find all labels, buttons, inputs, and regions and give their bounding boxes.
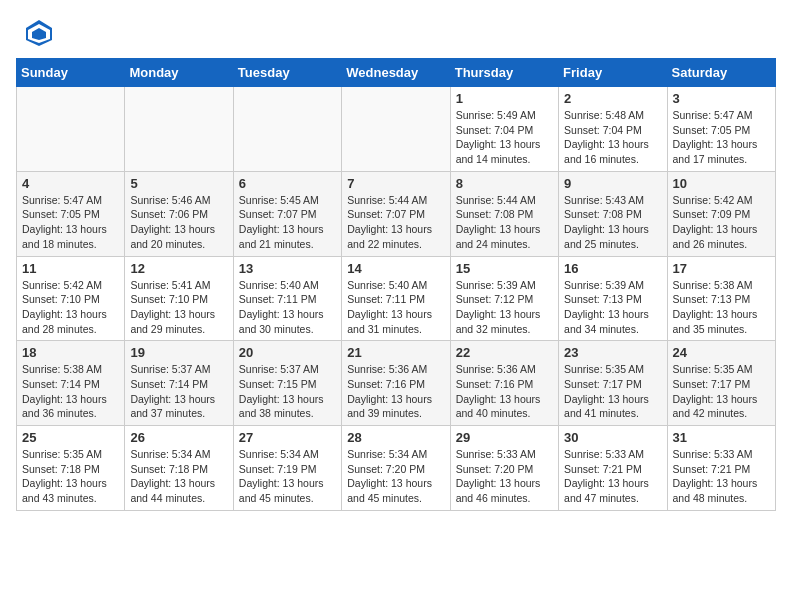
- day-number: 4: [22, 176, 119, 191]
- calendar-cell: 6Sunrise: 5:45 AM Sunset: 7:07 PM Daylig…: [233, 171, 341, 256]
- weekday-header-row: SundayMondayTuesdayWednesdayThursdayFrid…: [17, 59, 776, 87]
- day-number: 26: [130, 430, 227, 445]
- calendar-cell: 28Sunrise: 5:34 AM Sunset: 7:20 PM Dayli…: [342, 426, 450, 511]
- calendar-cell: 21Sunrise: 5:36 AM Sunset: 7:16 PM Dayli…: [342, 341, 450, 426]
- day-info: Sunrise: 5:33 AM Sunset: 7:21 PM Dayligh…: [564, 447, 661, 506]
- calendar-cell: [342, 87, 450, 172]
- calendar-week-4: 18Sunrise: 5:38 AM Sunset: 7:14 PM Dayli…: [17, 341, 776, 426]
- day-number: 29: [456, 430, 553, 445]
- calendar-cell: 13Sunrise: 5:40 AM Sunset: 7:11 PM Dayli…: [233, 256, 341, 341]
- day-info: Sunrise: 5:33 AM Sunset: 7:20 PM Dayligh…: [456, 447, 553, 506]
- day-number: 22: [456, 345, 553, 360]
- day-number: 30: [564, 430, 661, 445]
- day-info: Sunrise: 5:33 AM Sunset: 7:21 PM Dayligh…: [673, 447, 770, 506]
- calendar-cell: 11Sunrise: 5:42 AM Sunset: 7:10 PM Dayli…: [17, 256, 125, 341]
- calendar-cell: [233, 87, 341, 172]
- weekday-header-thursday: Thursday: [450, 59, 558, 87]
- day-number: 23: [564, 345, 661, 360]
- calendar-cell: 14Sunrise: 5:40 AM Sunset: 7:11 PM Dayli…: [342, 256, 450, 341]
- day-info: Sunrise: 5:41 AM Sunset: 7:10 PM Dayligh…: [130, 278, 227, 337]
- day-info: Sunrise: 5:46 AM Sunset: 7:06 PM Dayligh…: [130, 193, 227, 252]
- page-header: [0, 0, 792, 58]
- day-number: 2: [564, 91, 661, 106]
- calendar-cell: 3Sunrise: 5:47 AM Sunset: 7:05 PM Daylig…: [667, 87, 775, 172]
- day-info: Sunrise: 5:39 AM Sunset: 7:13 PM Dayligh…: [564, 278, 661, 337]
- calendar-cell: 2Sunrise: 5:48 AM Sunset: 7:04 PM Daylig…: [559, 87, 667, 172]
- day-number: 24: [673, 345, 770, 360]
- weekday-header-wednesday: Wednesday: [342, 59, 450, 87]
- weekday-header-friday: Friday: [559, 59, 667, 87]
- logo-icon: [24, 18, 54, 48]
- day-number: 7: [347, 176, 444, 191]
- day-info: Sunrise: 5:36 AM Sunset: 7:16 PM Dayligh…: [347, 362, 444, 421]
- day-number: 11: [22, 261, 119, 276]
- calendar-cell: 22Sunrise: 5:36 AM Sunset: 7:16 PM Dayli…: [450, 341, 558, 426]
- day-number: 13: [239, 261, 336, 276]
- day-number: 10: [673, 176, 770, 191]
- day-info: Sunrise: 5:35 AM Sunset: 7:18 PM Dayligh…: [22, 447, 119, 506]
- day-number: 27: [239, 430, 336, 445]
- weekday-header-tuesday: Tuesday: [233, 59, 341, 87]
- calendar-cell: [125, 87, 233, 172]
- day-info: Sunrise: 5:44 AM Sunset: 7:08 PM Dayligh…: [456, 193, 553, 252]
- day-number: 20: [239, 345, 336, 360]
- calendar-cell: 20Sunrise: 5:37 AM Sunset: 7:15 PM Dayli…: [233, 341, 341, 426]
- day-info: Sunrise: 5:47 AM Sunset: 7:05 PM Dayligh…: [673, 108, 770, 167]
- day-number: 6: [239, 176, 336, 191]
- day-info: Sunrise: 5:34 AM Sunset: 7:19 PM Dayligh…: [239, 447, 336, 506]
- calendar-cell: 5Sunrise: 5:46 AM Sunset: 7:06 PM Daylig…: [125, 171, 233, 256]
- calendar-cell: [17, 87, 125, 172]
- day-number: 28: [347, 430, 444, 445]
- calendar-cell: 19Sunrise: 5:37 AM Sunset: 7:14 PM Dayli…: [125, 341, 233, 426]
- calendar-cell: 12Sunrise: 5:41 AM Sunset: 7:10 PM Dayli…: [125, 256, 233, 341]
- day-info: Sunrise: 5:48 AM Sunset: 7:04 PM Dayligh…: [564, 108, 661, 167]
- calendar-cell: 29Sunrise: 5:33 AM Sunset: 7:20 PM Dayli…: [450, 426, 558, 511]
- day-number: 9: [564, 176, 661, 191]
- day-number: 17: [673, 261, 770, 276]
- day-info: Sunrise: 5:36 AM Sunset: 7:16 PM Dayligh…: [456, 362, 553, 421]
- day-number: 15: [456, 261, 553, 276]
- day-info: Sunrise: 5:45 AM Sunset: 7:07 PM Dayligh…: [239, 193, 336, 252]
- day-number: 18: [22, 345, 119, 360]
- day-number: 8: [456, 176, 553, 191]
- calendar-cell: 24Sunrise: 5:35 AM Sunset: 7:17 PM Dayli…: [667, 341, 775, 426]
- day-number: 3: [673, 91, 770, 106]
- calendar-table: SundayMondayTuesdayWednesdayThursdayFrid…: [16, 58, 776, 511]
- calendar-cell: 1Sunrise: 5:49 AM Sunset: 7:04 PM Daylig…: [450, 87, 558, 172]
- calendar-cell: 8Sunrise: 5:44 AM Sunset: 7:08 PM Daylig…: [450, 171, 558, 256]
- calendar-week-1: 1Sunrise: 5:49 AM Sunset: 7:04 PM Daylig…: [17, 87, 776, 172]
- day-info: Sunrise: 5:38 AM Sunset: 7:14 PM Dayligh…: [22, 362, 119, 421]
- day-info: Sunrise: 5:39 AM Sunset: 7:12 PM Dayligh…: [456, 278, 553, 337]
- calendar-cell: 15Sunrise: 5:39 AM Sunset: 7:12 PM Dayli…: [450, 256, 558, 341]
- calendar-cell: 16Sunrise: 5:39 AM Sunset: 7:13 PM Dayli…: [559, 256, 667, 341]
- day-info: Sunrise: 5:40 AM Sunset: 7:11 PM Dayligh…: [347, 278, 444, 337]
- day-info: Sunrise: 5:43 AM Sunset: 7:08 PM Dayligh…: [564, 193, 661, 252]
- day-number: 21: [347, 345, 444, 360]
- calendar-week-3: 11Sunrise: 5:42 AM Sunset: 7:10 PM Dayli…: [17, 256, 776, 341]
- day-info: Sunrise: 5:42 AM Sunset: 7:10 PM Dayligh…: [22, 278, 119, 337]
- day-info: Sunrise: 5:35 AM Sunset: 7:17 PM Dayligh…: [673, 362, 770, 421]
- day-info: Sunrise: 5:47 AM Sunset: 7:05 PM Dayligh…: [22, 193, 119, 252]
- calendar-wrapper: SundayMondayTuesdayWednesdayThursdayFrid…: [0, 58, 792, 519]
- calendar-cell: 10Sunrise: 5:42 AM Sunset: 7:09 PM Dayli…: [667, 171, 775, 256]
- day-info: Sunrise: 5:37 AM Sunset: 7:14 PM Dayligh…: [130, 362, 227, 421]
- day-info: Sunrise: 5:37 AM Sunset: 7:15 PM Dayligh…: [239, 362, 336, 421]
- calendar-cell: 17Sunrise: 5:38 AM Sunset: 7:13 PM Dayli…: [667, 256, 775, 341]
- calendar-cell: 18Sunrise: 5:38 AM Sunset: 7:14 PM Dayli…: [17, 341, 125, 426]
- calendar-cell: 31Sunrise: 5:33 AM Sunset: 7:21 PM Dayli…: [667, 426, 775, 511]
- weekday-header-sunday: Sunday: [17, 59, 125, 87]
- day-info: Sunrise: 5:40 AM Sunset: 7:11 PM Dayligh…: [239, 278, 336, 337]
- day-number: 1: [456, 91, 553, 106]
- day-number: 14: [347, 261, 444, 276]
- calendar-cell: 4Sunrise: 5:47 AM Sunset: 7:05 PM Daylig…: [17, 171, 125, 256]
- day-number: 31: [673, 430, 770, 445]
- day-info: Sunrise: 5:42 AM Sunset: 7:09 PM Dayligh…: [673, 193, 770, 252]
- day-number: 12: [130, 261, 227, 276]
- calendar-cell: 7Sunrise: 5:44 AM Sunset: 7:07 PM Daylig…: [342, 171, 450, 256]
- calendar-cell: 9Sunrise: 5:43 AM Sunset: 7:08 PM Daylig…: [559, 171, 667, 256]
- day-info: Sunrise: 5:38 AM Sunset: 7:13 PM Dayligh…: [673, 278, 770, 337]
- day-number: 16: [564, 261, 661, 276]
- day-info: Sunrise: 5:34 AM Sunset: 7:18 PM Dayligh…: [130, 447, 227, 506]
- calendar-cell: 26Sunrise: 5:34 AM Sunset: 7:18 PM Dayli…: [125, 426, 233, 511]
- day-number: 5: [130, 176, 227, 191]
